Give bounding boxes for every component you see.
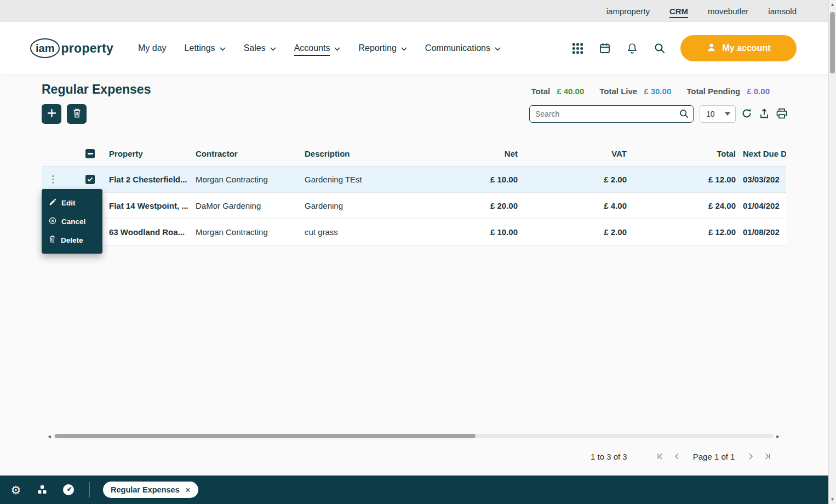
settings-gear-icon[interactable]: ⚙ bbox=[9, 483, 22, 496]
nav-item-my-day[interactable]: My day bbox=[138, 43, 167, 53]
total-all: Total £ 40.00 bbox=[531, 87, 585, 96]
expenses-table: Property Contractor Description Net VAT … bbox=[42, 141, 786, 245]
horizontal-scroll-thumb[interactable] bbox=[55, 434, 476, 438]
dashboard-gauge-icon[interactable] bbox=[62, 483, 75, 496]
horizontal-scrollbar: ◂ ▸ bbox=[46, 433, 781, 439]
nav-item-reporting[interactable]: Reporting bbox=[358, 43, 406, 53]
product-link-movebutler[interactable]: movebutler bbox=[708, 7, 748, 16]
logo-property-text: property bbox=[61, 41, 113, 56]
cell-description: Gardening TEst bbox=[305, 175, 409, 184]
vertical-scrollbar[interactable]: ▲ ▼ bbox=[828, 0, 836, 504]
plus-icon bbox=[47, 108, 56, 119]
total-live: Total Live £ 30.00 bbox=[599, 87, 671, 96]
cell-net: £ 10.00 bbox=[409, 227, 518, 237]
scroll-right-icon[interactable]: ▸ bbox=[775, 433, 781, 439]
nav-item-accounts[interactable]: Accounts bbox=[294, 43, 341, 53]
add-expense-button[interactable] bbox=[42, 104, 61, 124]
scroll-up-icon[interactable]: ▲ bbox=[829, 2, 836, 7]
column-header-description[interactable]: Description bbox=[305, 149, 409, 158]
cell-vat: £ 2.00 bbox=[518, 175, 627, 184]
search-submit-icon[interactable] bbox=[679, 108, 689, 121]
open-tab-regular-expenses[interactable]: Regular Expenses × bbox=[103, 482, 198, 498]
nav-item-communications[interactable]: Communications bbox=[425, 43, 501, 53]
search-input[interactable] bbox=[529, 105, 694, 123]
total-pending: Total Pending £ 0.00 bbox=[686, 87, 770, 96]
logo-iam-circle: iam bbox=[30, 38, 60, 58]
row-checkbox-checked[interactable] bbox=[85, 175, 95, 184]
vertical-scroll-thumb[interactable] bbox=[830, 12, 835, 73]
product-link-iamproperty[interactable]: iamproperty bbox=[606, 7, 650, 16]
scroll-down-icon[interactable]: ▼ bbox=[829, 497, 836, 502]
table-action-buttons bbox=[42, 104, 87, 124]
last-page-icon[interactable] bbox=[763, 452, 772, 461]
close-icon[interactable]: × bbox=[185, 485, 191, 495]
table-search bbox=[529, 105, 694, 123]
cell-description: cut grass bbox=[305, 227, 409, 237]
iamproperty-logo[interactable]: iam property bbox=[30, 38, 113, 58]
main-nav: My day Lettings Sales Accounts Reporting… bbox=[138, 22, 501, 75]
x-circle-icon bbox=[49, 217, 56, 226]
pagination-page-text: Page 1 of 1 bbox=[690, 452, 738, 461]
cell-next-due: 03/03/202 bbox=[736, 175, 786, 184]
print-icon[interactable] bbox=[776, 107, 788, 119]
pagination-controls: Page 1 of 1 bbox=[656, 452, 772, 461]
nav-label: Accounts bbox=[294, 43, 330, 53]
chevron-down-icon bbox=[401, 43, 407, 53]
column-header-next-due[interactable]: Next Due Date bbox=[736, 149, 786, 158]
horizontal-scroll-track[interactable] bbox=[54, 434, 774, 438]
column-header-net[interactable]: Net bbox=[409, 149, 518, 158]
calendar-icon[interactable] bbox=[598, 42, 611, 55]
table-row[interactable]: Flat 14 Westpoint, ... DaMor Gardening G… bbox=[42, 193, 786, 219]
context-menu-cancel[interactable]: Cancel bbox=[42, 212, 102, 231]
scroll-left-icon[interactable]: ◂ bbox=[46, 433, 53, 439]
select-all-checkbox[interactable] bbox=[85, 149, 95, 158]
product-link-crm[interactable]: CRM bbox=[669, 7, 688, 16]
notifications-bell-icon[interactable] bbox=[626, 42, 639, 55]
first-page-icon[interactable] bbox=[656, 452, 665, 461]
total-pending-value: £ 0.00 bbox=[747, 87, 770, 96]
bottom-bar: ⚙ Regular Expenses × bbox=[0, 476, 828, 504]
total-value: £ 40.00 bbox=[557, 87, 584, 96]
totals-summary: Total £ 40.00 Total Live £ 30.00 Total P… bbox=[531, 87, 770, 96]
next-page-icon[interactable] bbox=[746, 452, 755, 461]
cell-property: Flat 2 Chesterfield... bbox=[109, 175, 196, 184]
row-menu-kebab-icon[interactable] bbox=[50, 175, 56, 184]
export-icon[interactable] bbox=[758, 107, 770, 119]
column-header-contractor[interactable]: Contractor bbox=[196, 149, 305, 158]
cell-next-due: 01/08/202 bbox=[736, 227, 786, 237]
cell-property: Flat 14 Westpoint, ... bbox=[109, 201, 196, 210]
chevron-down-icon bbox=[220, 43, 226, 53]
table-row[interactable]: 63 Woodland Roa... Morgan Contracting cu… bbox=[42, 219, 786, 245]
top-product-bar: iamproperty CRM movebutler iamsold bbox=[0, 0, 828, 22]
modules-cubes-icon[interactable] bbox=[36, 483, 49, 496]
context-menu-edit[interactable]: Edit bbox=[42, 193, 102, 212]
column-header-total[interactable]: Total bbox=[627, 149, 736, 158]
apps-grid-icon[interactable] bbox=[571, 42, 584, 55]
cell-net: £ 10.00 bbox=[409, 175, 518, 184]
page-size-select[interactable]: 10 bbox=[700, 105, 736, 123]
cell-contractor: DaMor Gardening bbox=[196, 201, 305, 210]
product-link-iamsold[interactable]: iamsold bbox=[768, 7, 797, 16]
chevron-down-icon bbox=[270, 43, 276, 53]
previous-page-icon[interactable] bbox=[673, 452, 682, 461]
nav-item-lettings[interactable]: Lettings bbox=[185, 43, 226, 53]
cell-net: £ 20.00 bbox=[409, 201, 518, 210]
nav-item-sales[interactable]: Sales bbox=[244, 43, 276, 53]
table-row[interactable]: Flat 2 Chesterfield... Morgan Contractin… bbox=[42, 167, 786, 193]
my-account-button[interactable]: My account bbox=[680, 35, 797, 61]
cell-next-due: 01/04/202 bbox=[736, 201, 786, 210]
column-header-vat[interactable]: VAT bbox=[518, 149, 627, 158]
context-menu-delete[interactable]: Delete bbox=[42, 231, 102, 249]
delete-selected-button[interactable] bbox=[67, 104, 87, 124]
refresh-icon[interactable] bbox=[741, 107, 753, 119]
table-header-row: Property Contractor Description Net VAT … bbox=[42, 141, 786, 167]
cell-property: 63 Woodland Roa... bbox=[109, 227, 196, 237]
cell-description: Gardening bbox=[305, 201, 409, 210]
search-icon[interactable] bbox=[653, 42, 666, 55]
cell-total: £ 24.00 bbox=[627, 201, 736, 210]
caret-down-icon bbox=[725, 112, 730, 116]
cell-contractor: Morgan Contracting bbox=[196, 227, 305, 237]
column-header-property[interactable]: Property bbox=[109, 149, 196, 158]
pagination-bar: 1 to 3 of 3 Page 1 of 1 bbox=[591, 449, 772, 463]
nav-label: Communications bbox=[425, 43, 490, 53]
